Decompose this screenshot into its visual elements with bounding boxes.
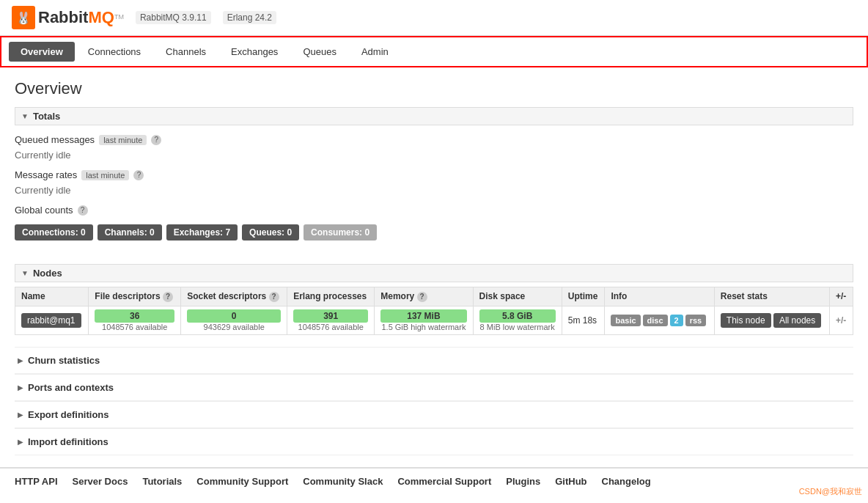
nodes-section: ▼ Nodes Name File descriptors ? Socket d… bbox=[15, 264, 853, 335]
plus-minus-icon[interactable]: +/- bbox=[836, 315, 846, 326]
collapsible-title-1: Ports and contexts bbox=[28, 382, 114, 393]
footer: HTTP APIServer DocsTutorialsCommunity Su… bbox=[0, 467, 868, 494]
collapsibles: ▶ Churn statistics ▶ Ports and contexts … bbox=[15, 347, 853, 455]
tag-basic: basic bbox=[611, 315, 640, 326]
collapsible-header-1[interactable]: ▶ Ports and contexts bbox=[15, 375, 853, 401]
collapsible-header-3[interactable]: ▶ Import definitions bbox=[15, 429, 853, 455]
nav-connections[interactable]: Connections bbox=[76, 42, 152, 62]
nav-exchanges[interactable]: Exchanges bbox=[219, 42, 290, 62]
footer-link-tutorials[interactable]: Tutorials bbox=[142, 476, 182, 487]
count-badge[interactable]: Consumers: 0 bbox=[304, 224, 377, 241]
collapsible-title-3: Import definitions bbox=[28, 436, 108, 447]
collapsible-3: ▶ Import definitions bbox=[15, 428, 853, 455]
nodes-table-wrapper: Name File descriptors ? Socket descripto… bbox=[15, 287, 853, 335]
collapsible-arrow-3: ▶ bbox=[18, 438, 23, 446]
file-desc-sub: 1048576 available bbox=[95, 323, 174, 331]
message-rates-label: Message rates bbox=[15, 169, 77, 180]
collapsible-1: ▶ Ports and contexts bbox=[15, 374, 853, 401]
collapsible-header-0[interactable]: ▶ Churn statistics bbox=[15, 348, 853, 374]
count-badge[interactable]: Queues: 0 bbox=[242, 224, 299, 241]
info-cell: basicdisc2rss bbox=[605, 306, 714, 334]
plus-minus-cell: +/- bbox=[830, 306, 853, 334]
nav-admin[interactable]: Admin bbox=[350, 42, 400, 62]
totals-arrow: ▼ bbox=[21, 112, 29, 120]
queued-messages-row: Queued messages last minute ? bbox=[15, 131, 853, 148]
global-counts-badges: Connections: 0Channels: 0Exchanges: 7Que… bbox=[15, 219, 853, 246]
message-rates-badge[interactable]: last minute bbox=[81, 170, 129, 180]
logo-mq: MQ bbox=[88, 8, 114, 26]
footer-link-changelog[interactable]: Changelog bbox=[602, 476, 651, 487]
disk-value: 5.8 GiB bbox=[479, 309, 556, 323]
reset-stats-cell: This node All nodes bbox=[714, 306, 829, 334]
watermark: CSDN@我和寂世 bbox=[799, 486, 862, 494]
nav-queues[interactable]: Queues bbox=[291, 42, 348, 62]
footer-link-server-docs[interactable]: Server Docs bbox=[73, 476, 128, 487]
col-erlang-proc: Erlang processes bbox=[287, 287, 375, 306]
nodes-arrow: ▼ bbox=[21, 269, 29, 277]
memory-cell: 137 MiB1.5 GiB high watermark bbox=[375, 306, 473, 334]
erlang-proc-cell: 3911048576 available bbox=[287, 306, 375, 334]
erlang-proc-value: 391 bbox=[293, 309, 368, 323]
footer-link-community-support[interactable]: Community Support bbox=[196, 476, 288, 487]
socket-desc-cell: 0943629 available bbox=[181, 306, 287, 334]
nodes-title: Nodes bbox=[33, 268, 62, 279]
totals-content: Queued messages last minute ? Currently … bbox=[15, 125, 853, 252]
socket-desc-sub: 943629 available bbox=[187, 323, 281, 331]
tag-disc: disc bbox=[643, 315, 668, 326]
this-node-button[interactable]: This node bbox=[721, 313, 771, 328]
nodes-table: Name File descriptors ? Socket descripto… bbox=[15, 287, 853, 335]
version-badge: RabbitMQ 3.9.11 bbox=[136, 11, 211, 24]
collapsible-0: ▶ Churn statistics bbox=[15, 347, 853, 374]
nav-bar: Overview Connections Channels Exchanges … bbox=[0, 36, 868, 67]
tag-2: 2 bbox=[670, 315, 683, 326]
count-badge[interactable]: Exchanges: 7 bbox=[166, 224, 238, 241]
col-plus-minus: +/- bbox=[830, 287, 853, 306]
queued-messages-label: Queued messages bbox=[15, 134, 95, 145]
uptime-cell: 5m 18s bbox=[562, 306, 605, 334]
col-socket-desc: Socket descriptors ? bbox=[181, 287, 287, 306]
file-desc-cell: 361048576 available bbox=[89, 306, 181, 334]
queued-idle: Currently idle bbox=[15, 148, 853, 162]
count-badge[interactable]: Channels: 0 bbox=[98, 224, 162, 241]
queued-help[interactable]: ? bbox=[151, 135, 161, 145]
collapsible-arrow-1: ▶ bbox=[18, 383, 23, 392]
collapsible-header-2[interactable]: ▶ Export definitions bbox=[15, 402, 853, 428]
global-counts-help[interactable]: ? bbox=[78, 205, 88, 216]
all-nodes-button[interactable]: All nodes bbox=[773, 313, 821, 328]
totals-section: ▼ Totals Queued messages last minute ? C… bbox=[15, 107, 853, 252]
file-desc-value: 36 bbox=[95, 309, 174, 323]
logo-tm: TM bbox=[114, 13, 124, 21]
logo-rabbit: Rabbit bbox=[38, 8, 88, 26]
footer-link-community-slack[interactable]: Community Slack bbox=[303, 476, 383, 487]
col-file-desc: File descriptors ? bbox=[89, 287, 181, 306]
footer-link-plugins[interactable]: Plugins bbox=[506, 476, 540, 487]
footer-link-github[interactable]: GitHub bbox=[555, 476, 586, 487]
totals-header[interactable]: ▼ Totals bbox=[15, 107, 853, 125]
queued-badge[interactable]: last minute bbox=[99, 135, 147, 145]
memory-help[interactable]: ? bbox=[417, 292, 427, 302]
header: 🐰 RabbitMQTM RabbitMQ 3.9.11 Erlang 24.2 bbox=[0, 0, 868, 36]
footer-link-commercial-support[interactable]: Commercial Support bbox=[397, 476, 491, 487]
message-rates-help[interactable]: ? bbox=[133, 170, 144, 180]
col-name: Name bbox=[15, 287, 89, 306]
tag-rss: rss bbox=[685, 315, 707, 326]
collapsible-arrow-0: ▶ bbox=[18, 356, 23, 364]
global-counts-label: Global counts bbox=[15, 205, 73, 216]
logo-icon: 🐰 bbox=[12, 6, 35, 29]
socket-desc-value: 0 bbox=[187, 309, 281, 323]
node-name[interactable]: rabbit@mq1 bbox=[21, 313, 81, 328]
logo-text: RabbitMQTM bbox=[38, 8, 124, 27]
file-desc-help[interactable]: ? bbox=[163, 292, 173, 302]
count-badge[interactable]: Connections: 0 bbox=[15, 224, 93, 241]
nav-overview[interactable]: Overview bbox=[9, 42, 75, 62]
col-uptime: Uptime bbox=[562, 287, 605, 306]
nodes-header[interactable]: ▼ Nodes bbox=[15, 264, 853, 282]
nav-channels[interactable]: Channels bbox=[154, 42, 218, 62]
memory-sub: 1.5 GiB high watermark bbox=[380, 323, 466, 331]
table-row: rabbit@mq1361048576 available0943629 ava… bbox=[15, 306, 853, 334]
socket-desc-help[interactable]: ? bbox=[269, 292, 279, 302]
message-rates-row: Message rates last minute ? bbox=[15, 166, 853, 183]
collapsible-2: ▶ Export definitions bbox=[15, 401, 853, 428]
footer-link-http-api[interactable]: HTTP API bbox=[15, 476, 58, 487]
global-counts-row: Global counts ? bbox=[15, 202, 853, 219]
